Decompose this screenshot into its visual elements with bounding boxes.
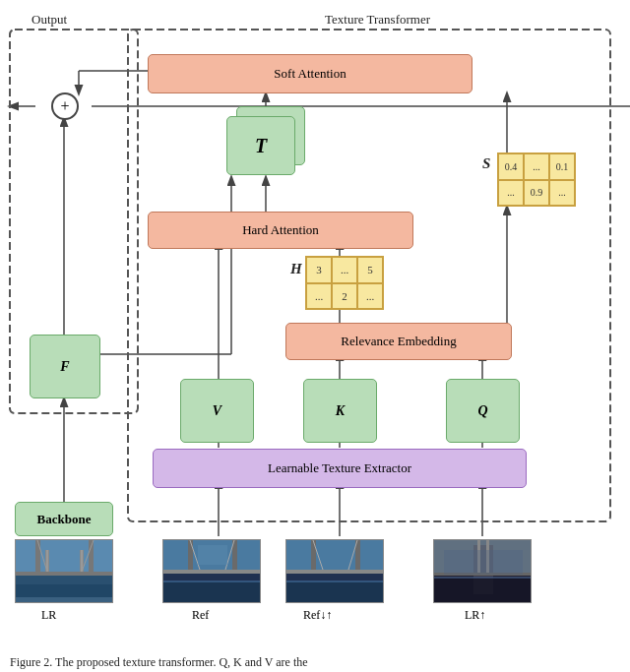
sum-circle: + [51, 92, 79, 120]
svg-rect-38 [16, 597, 113, 603]
s-cell-3: 0.1 [549, 153, 575, 180]
h-cell-2: ... [332, 257, 357, 283]
s-cell-5: 0.9 [524, 180, 549, 207]
lru-image [433, 539, 532, 603]
svg-rect-46 [163, 581, 261, 603]
svg-rect-51 [311, 540, 316, 572]
svg-rect-56 [286, 581, 384, 603]
svg-rect-43 [163, 570, 261, 574]
h-cell-3: 5 [357, 257, 383, 283]
k-box: K [303, 379, 377, 443]
texture-transformer-label: Texture Transformer [325, 12, 430, 28]
soft-attention-box: Soft Attention [148, 54, 472, 93]
ref-image [162, 539, 261, 603]
s-matrix: 0.4 ... 0.1 ... 0.9 ... [497, 153, 576, 207]
s-label: S [482, 155, 490, 172]
s-cell-6: ... [549, 180, 575, 207]
t-box-front: T [226, 116, 295, 175]
f-box: F [30, 335, 100, 398]
figure-caption: Figure 2. The proposed texture transform… [0, 653, 630, 672]
svg-rect-34 [89, 540, 94, 572]
s-cell-4: ... [498, 180, 524, 207]
svg-rect-53 [286, 570, 384, 574]
refd-label: Ref↓↑ [303, 608, 332, 623]
output-label: Output [32, 12, 67, 28]
h-cell-6: ... [357, 283, 383, 310]
hard-attention-box: Hard Attention [148, 212, 413, 249]
learnable-texture-extractor-box: Learnable Texture Extractor [153, 449, 527, 488]
h-cell-1: 3 [306, 257, 332, 283]
svg-rect-64 [434, 578, 532, 603]
relevance-embedding-box: Relevance Embedding [285, 323, 512, 360]
h-cell-5: 2 [332, 283, 357, 310]
svg-rect-33 [35, 540, 40, 572]
svg-rect-32 [16, 572, 113, 576]
svg-rect-48 [198, 545, 227, 565]
s-cell-2: ... [524, 153, 549, 180]
svg-rect-41 [188, 540, 193, 572]
ref-label: Ref [192, 608, 209, 623]
svg-rect-66 [444, 550, 523, 575]
h-label: H [290, 261, 302, 277]
v-box: V [180, 379, 254, 443]
refd-image [285, 539, 384, 603]
lr-label: LR [41, 608, 56, 623]
q-box: Q [446, 379, 520, 443]
h-cell-4: ... [306, 283, 332, 310]
lr-image [15, 539, 113, 603]
s-cell-1: 0.4 [498, 153, 524, 180]
backbone-box: Backbone [15, 502, 113, 536]
lru-label: LR↑ [465, 608, 485, 623]
h-matrix: 3 ... 5 ... 2 ... [305, 256, 384, 310]
